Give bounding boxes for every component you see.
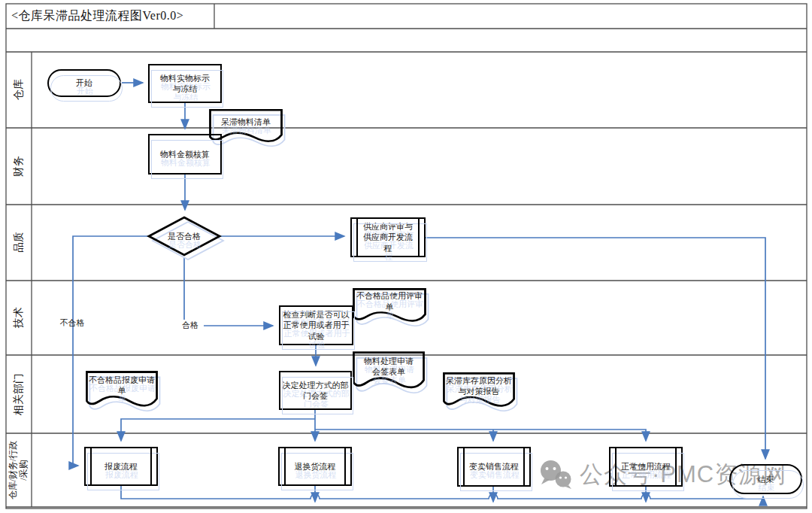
predefined-bar (284, 448, 286, 485)
start-node: 开始 (47, 69, 121, 97)
subprocess-return-exchange: 退换货流程 (278, 447, 352, 486)
predefined-bar (463, 448, 465, 486)
predefined-bar (150, 448, 152, 485)
predefined-bar (356, 218, 358, 256)
lane-label-warehouse-finance-admin-purchase: 仓库/财务/行政 /采购 (6, 434, 32, 506)
subprocess-normal-use: 正常使用流程 (609, 447, 683, 487)
subprocess-supplier-review-development: 供应商评审与 供应商开发流 程 (350, 217, 426, 257)
process-material-amount-accounting: 物料金额核算 (148, 134, 222, 175)
predefined-bar (675, 448, 677, 486)
wechat-icon (538, 460, 573, 490)
lane-label-warehouse: 仓库 (6, 53, 32, 126)
subprocess-scrap: 报废流程 (84, 447, 158, 486)
lane-label-quality: 品质 (6, 206, 32, 278)
edge-label-qualified: 合格 (177, 320, 204, 330)
flowchart-canvas: 公众号·PMC资源网 <仓库呆滞品处理流程图Ver0.0> 仓库 财务 品质 技… (0, 0, 812, 513)
predefined-bar (418, 218, 420, 256)
end-node: 结束 (729, 464, 802, 494)
edge-label-unqualified: 不合格 (57, 317, 87, 328)
process-check-usability: 检查判断是否可以 正常使用或者用于 试验 (279, 305, 353, 345)
predefined-bar (344, 448, 346, 485)
predefined-bar (90, 448, 92, 485)
subprocess-sell: 变卖销售流程 (457, 447, 531, 487)
predefined-bar (615, 448, 617, 486)
process-mark-and-freeze: 物料实物标示 与冻结 (148, 64, 222, 103)
lane-label-related-depts: 相关部门 (6, 357, 32, 432)
predefined-bar (523, 448, 525, 486)
decision-qualified-or-not: 是否合格 (147, 215, 222, 257)
document-nonconforming-use-review-form: 不合格品使用评审 单 (352, 287, 427, 326)
lane-label-finance: 财务 (6, 130, 32, 202)
lane-label-technology: 技术 (6, 282, 32, 353)
document-cause-analysis-report: 呆滞库存原因分析 与对策报告 (442, 372, 516, 411)
page-title: <仓库呆滞品处理流程图Ver0.0> (11, 8, 183, 24)
document-disposal-countersign-form: 物料处理申请 会签表单 (352, 351, 426, 393)
process-decide-disposal-countersign: 决定处理方式的部 门会签 (279, 371, 352, 410)
document-scrap-application-form: 不合格品报废申请 单 (85, 370, 159, 411)
